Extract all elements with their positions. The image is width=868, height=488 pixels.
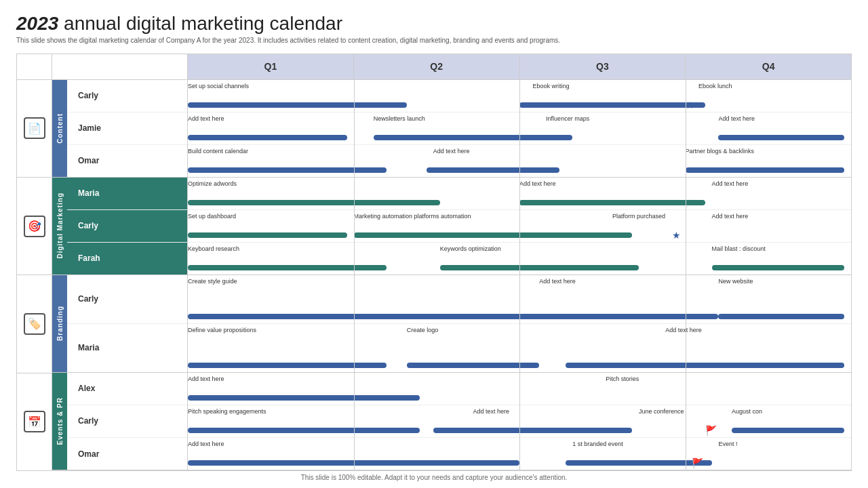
bar-branding-1-0 — [188, 363, 387, 368]
icon-cell-events: 📅 — [17, 373, 52, 470]
data-area-digital: Optimize adwordsAdd text hereAdd text he… — [188, 178, 851, 274]
task-label-content-0-2: Ebook lunch — [698, 83, 732, 89]
name-cell-content-0: Carly — [67, 80, 187, 113]
icon-cell-digital: 🎯 — [17, 178, 52, 275]
task-label-content-0-1: Ebook writing — [533, 83, 570, 89]
marker-content-0-0: ★ — [686, 100, 694, 110]
task-label-digital-0-0: Optimize adwords — [188, 180, 237, 187]
bar-branding-0-2 — [718, 314, 844, 319]
task-label-content-2-0: Build content calendar — [188, 148, 248, 155]
data-area-branding: Create style guideAdd text hereNew websi… — [188, 275, 851, 372]
name-cell-branding-1: Maria — [67, 324, 187, 372]
subtitle: This slide shows the digital marketing c… — [16, 37, 852, 44]
task-label-content-1-1: Newsletters launch — [374, 115, 425, 122]
task-label-events-1-0: Pitch speaking engagements — [188, 408, 267, 415]
name-cell-digital-2: Farah — [67, 243, 187, 274]
title-area: 2023 annual digital marketing calendar T… — [16, 12, 852, 44]
task-label-digital-0-1: Add text here — [519, 180, 556, 187]
task-label-content-2-1: Add text here — [433, 148, 470, 155]
names-col-digital: MariaCarlyFarah — [67, 178, 188, 274]
task-label-events-2-0: Add text here — [188, 441, 224, 447]
task-label-digital-1-2: Platform purchased — [612, 213, 665, 220]
name-cell-events-1: Carly — [67, 405, 187, 438]
names-header — [52, 54, 188, 79]
section-label-digital: Digital Marketing — [52, 178, 67, 274]
marker-digital-1-0: ★ — [672, 230, 681, 241]
task-label-branding-1-1: Create logo — [407, 327, 439, 333]
bar-digital-0-1 — [519, 200, 705, 205]
marker-events-2-0: 🚩 — [692, 458, 703, 468]
bar-content-1-1 — [374, 135, 572, 140]
branding-icon: 🏷️ — [24, 313, 45, 335]
task-label-digital-2-1: Keywords optimization — [440, 245, 501, 252]
task-label-events-2-1: 1 st branded event — [572, 441, 623, 447]
content-icon: 📄 — [24, 117, 45, 139]
bar-content-2-2 — [686, 167, 845, 173]
icon-cell-content: 📄 — [17, 80, 52, 178]
name-cell-branding-0: Carly — [67, 275, 187, 324]
task-label-events-1-1: Add text here — [473, 408, 510, 415]
name-cell-content-2: Omar — [67, 145, 187, 177]
task-label-branding-0-2: New website — [718, 278, 753, 285]
task-label-events-2-2: Event ! — [718, 441, 737, 447]
bar-events-1-0 — [188, 428, 420, 433]
task-label-branding-1-2: Add text here — [665, 327, 702, 333]
name-cell-events-0: Alex — [67, 373, 187, 405]
main-title: 2023 annual digital marketing calendar — [16, 12, 852, 35]
task-label-digital-1-0: Set up dashboard — [188, 213, 236, 220]
quarter-q4: Q4 — [686, 54, 851, 79]
bar-digital-2-2 — [712, 265, 845, 270]
bar-digital-1-1 — [354, 232, 633, 238]
task-label-content-1-2: Influencer maps — [546, 115, 589, 122]
section-label-branding: Branding — [52, 275, 67, 372]
names-col-events: AlexCarlyOmar — [67, 373, 188, 470]
bar-content-2-1 — [427, 167, 559, 173]
task-label-content-2-2: Partner blogs & backlinks — [686, 148, 755, 155]
name-cell-digital-1: Carly — [67, 210, 187, 243]
bar-content-0-1 — [519, 102, 705, 108]
task-label-events-1-2: June conference — [639, 408, 684, 415]
name-cell-content-1: Jamie — [67, 113, 187, 145]
task-label-digital-2-2: Mail blast : discount — [712, 245, 766, 252]
icon-cell-branding: 🏷️ — [17, 275, 52, 373]
bar-events-2-1 — [566, 460, 711, 466]
bar-digital-2-1 — [440, 265, 639, 270]
task-label-digital-2-0: Keyboard research — [188, 245, 239, 252]
task-label-content-1-0: Add text here — [188, 115, 224, 122]
names-col-content: CarlyJamieOmar — [67, 80, 188, 177]
bar-branding-0-1 — [519, 314, 718, 319]
footer: This slide is 100% editable. Adapt it to… — [16, 474, 852, 481]
bar-events-1-1 — [433, 428, 632, 433]
bar-branding-0-0 — [188, 314, 533, 319]
names-col-branding: CarlyMaria — [67, 275, 188, 372]
task-label-digital-1-1: Marketing automation platforms automatio… — [354, 213, 471, 220]
task-label-events-0-1: Pitch stories — [606, 375, 639, 382]
bar-digital-2-0 — [188, 265, 387, 270]
icon-cell-0 — [17, 54, 52, 80]
quarter-q2: Q2 — [354, 54, 520, 79]
grid-area: Q1 Q2 Q3 Q4 ContentCarlyJamieOmarSet up … — [52, 54, 851, 470]
name-cell-events-2: Omar — [67, 438, 187, 470]
task-label-content-0-0: Set up social channels — [188, 83, 249, 89]
quarter-row: Q1 Q2 Q3 Q4 — [52, 54, 851, 80]
task-label-content-1-3: Add text here — [718, 115, 755, 122]
task-label-branding-0-0: Create style guide — [188, 278, 237, 285]
data-area-events: Add text herePitch storiesPitch speaking… — [188, 373, 851, 470]
page: 2023 annual digital marketing calendar T… — [0, 0, 868, 488]
name-cell-digital-0: Maria — [67, 178, 187, 210]
bar-digital-0-0 — [188, 200, 440, 205]
task-label-events-1-3: August con — [732, 408, 762, 415]
quarter-q3: Q3 — [520, 54, 686, 79]
bar-events-0-0 — [188, 395, 420, 401]
task-label-branding-1-0: Define value propositions — [188, 327, 256, 333]
section-branding: BrandingCarlyMariaCreate style guideAdd … — [52, 275, 851, 373]
sections-container: ContentCarlyJamieOmarSet up social chann… — [52, 80, 851, 470]
section-digital: Digital MarketingMariaCarlyFarahOptimize… — [52, 178, 851, 275]
section-label-events: Events & PR — [52, 373, 67, 470]
bar-events-1-2 — [732, 428, 844, 433]
bar-content-2-0 — [188, 167, 387, 173]
calendar-wrap: 📄 🎯 🏷️ 📅 Q1 Q2 Q3 Q4 ContentCar — [16, 54, 852, 471]
section-events: Events & PRAlexCarlyOmarAdd text herePit… — [52, 373, 851, 470]
section-content: ContentCarlyJamieOmarSet up social chann… — [52, 80, 851, 178]
bar-content-0-0 — [188, 102, 407, 108]
